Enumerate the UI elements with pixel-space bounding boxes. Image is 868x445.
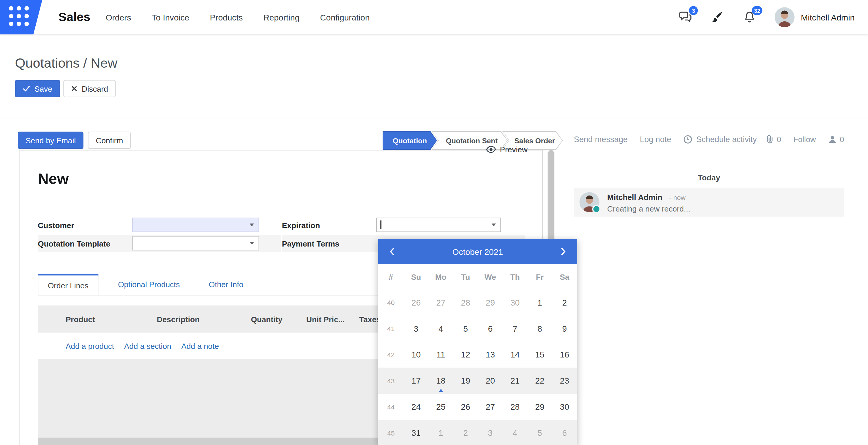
calendar-week-row: 45 31 1 2 3 4 5 6 <box>378 420 577 445</box>
send-by-email-button[interactable]: Send by Email <box>18 132 84 149</box>
attachments-button[interactable]: 0 <box>766 135 781 144</box>
text-cursor <box>380 220 381 229</box>
calendar-day[interactable]: 6 <box>552 420 577 445</box>
column-product[interactable]: Product <box>38 314 157 323</box>
calendar-day[interactable]: 13 <box>478 341 503 368</box>
calendar-day[interactable]: 28 <box>503 394 527 420</box>
discard-button[interactable]: Discard <box>63 80 116 97</box>
menu-products[interactable]: Products <box>210 12 243 22</box>
customer-field[interactable] <box>132 218 259 232</box>
column-description[interactable]: Description <box>157 314 246 323</box>
calendar-day[interactable]: 26 <box>404 289 428 315</box>
calendar-day-today[interactable]: 18 <box>428 368 453 394</box>
breadcrumb-quotations[interactable]: Quotations <box>15 56 80 71</box>
studio-button[interactable] <box>710 10 725 25</box>
customer-label: Customer <box>38 221 74 230</box>
calendar-day[interactable]: 1 <box>428 420 453 445</box>
calendar-day[interactable]: 29 <box>478 289 503 315</box>
messages-button[interactable]: 3 <box>678 10 692 25</box>
activities-button[interactable]: 32 <box>743 10 757 25</box>
add-a-section-link[interactable]: Add a section <box>124 341 172 350</box>
week-number: 40 <box>378 299 404 306</box>
column-taxes[interactable]: Taxes <box>345 314 381 323</box>
calendar-day[interactable]: 16 <box>552 341 577 368</box>
calendar-day[interactable]: 10 <box>404 341 428 368</box>
calendar-day[interactable]: 7 <box>503 315 527 341</box>
calendar-day[interactable]: 25 <box>428 394 453 420</box>
calendar-day[interactable]: 12 <box>453 341 478 368</box>
calendar-day[interactable]: 6 <box>478 315 503 341</box>
calendar-day[interactable]: 3 <box>478 420 503 445</box>
calendar-day[interactable]: 20 <box>478 368 503 394</box>
discard-button-label: Discard <box>82 84 108 93</box>
menu-orders[interactable]: Orders <box>106 12 131 22</box>
quotation-template-label: Quotation Template <box>38 239 110 248</box>
calendar-day[interactable]: 22 <box>527 368 552 394</box>
calendar-day[interactable]: 11 <box>428 341 453 368</box>
tab-other-info[interactable]: Other Info <box>199 274 253 295</box>
calendar-day[interactable]: 27 <box>478 394 503 420</box>
weekday-header: Tu <box>453 272 478 281</box>
statusbar: Quotation Quotation Sent Sales Order <box>382 131 563 150</box>
calendar-day[interactable]: 30 <box>552 394 577 420</box>
breadcrumb-current: New <box>91 56 117 71</box>
calendar-day[interactable]: 1 <box>527 289 552 315</box>
calendar-day[interactable]: 5 <box>527 420 552 445</box>
calendar-day[interactable]: 2 <box>453 420 478 445</box>
calendar-day[interactable]: 23 <box>552 368 577 394</box>
calendar-day[interactable]: 26 <box>453 394 478 420</box>
date-separator-label: Today <box>698 173 720 182</box>
close-icon <box>71 85 77 92</box>
calendar-day[interactable]: 17 <box>404 368 428 394</box>
chevron-down-icon <box>492 224 496 226</box>
tab-optional-products[interactable]: Optional Products <box>108 274 189 295</box>
schedule-activity-button[interactable]: Schedule activity <box>684 135 757 144</box>
message-author[interactable]: Mitchell Admin <box>607 193 662 202</box>
menu-to-invoice[interactable]: To Invoice <box>152 12 189 22</box>
message-avatar <box>579 192 599 212</box>
calendar-day[interactable]: 3 <box>404 315 428 341</box>
quotation-template-field[interactable] <box>132 236 259 251</box>
confirm-button[interactable]: Confirm <box>88 132 131 149</box>
calendar-day[interactable]: 14 <box>503 341 527 368</box>
status-quotation[interactable]: Quotation <box>382 131 437 150</box>
week-number: 43 <box>378 377 404 384</box>
followers-button[interactable]: 0 <box>828 135 844 144</box>
calendar-day[interactable]: 29 <box>527 394 552 420</box>
column-quantity[interactable]: Quantity <box>246 314 282 323</box>
calendar-day[interactable]: 24 <box>404 394 428 420</box>
save-button[interactable]: Save <box>15 80 60 97</box>
calendar-day[interactable]: 2 <box>552 289 577 315</box>
add-a-note-link[interactable]: Add a note <box>181 341 219 350</box>
column-unit-price[interactable]: Unit Pric... <box>282 314 345 323</box>
calendar-day[interactable]: 4 <box>428 315 453 341</box>
follow-button[interactable]: Follow <box>794 135 816 144</box>
calendar-day[interactable]: 28 <box>453 289 478 315</box>
menu-configuration[interactable]: Configuration <box>320 12 370 22</box>
calendar-day[interactable]: 19 <box>453 368 478 394</box>
attachment-count: 0 <box>777 135 781 144</box>
calendar-day[interactable]: 4 <box>503 420 527 445</box>
calendar-day[interactable]: 31 <box>404 420 428 445</box>
previous-month-button[interactable] <box>386 245 399 258</box>
next-month-button[interactable] <box>556 245 569 258</box>
calendar-day[interactable]: 5 <box>453 315 478 341</box>
add-a-product-link[interactable]: Add a product <box>66 341 114 350</box>
calendar-day[interactable]: 8 <box>527 315 552 341</box>
calendar-day[interactable]: 9 <box>552 315 577 341</box>
datepicker-month-title[interactable]: October 2021 <box>399 247 556 256</box>
calendar-day[interactable]: 21 <box>503 368 527 394</box>
expiration-field[interactable] <box>376 218 501 232</box>
app-name[interactable]: Sales <box>59 0 91 34</box>
preview-button[interactable]: Preview <box>486 145 528 154</box>
tab-order-lines[interactable]: Order Lines <box>38 274 98 295</box>
calendar-day[interactable]: 15 <box>527 341 552 368</box>
apps-menu-button[interactable] <box>0 0 42 34</box>
user-menu[interactable]: Mitchell Admin <box>775 7 855 27</box>
menu-reporting[interactable]: Reporting <box>264 12 300 22</box>
send-message-button[interactable]: Send message <box>574 135 628 144</box>
calendar-day[interactable]: 30 <box>503 289 527 315</box>
calendar-day[interactable]: 27 <box>428 289 453 315</box>
log-note-button[interactable]: Log note <box>640 135 671 144</box>
breadcrumb-separator: / <box>80 56 91 71</box>
